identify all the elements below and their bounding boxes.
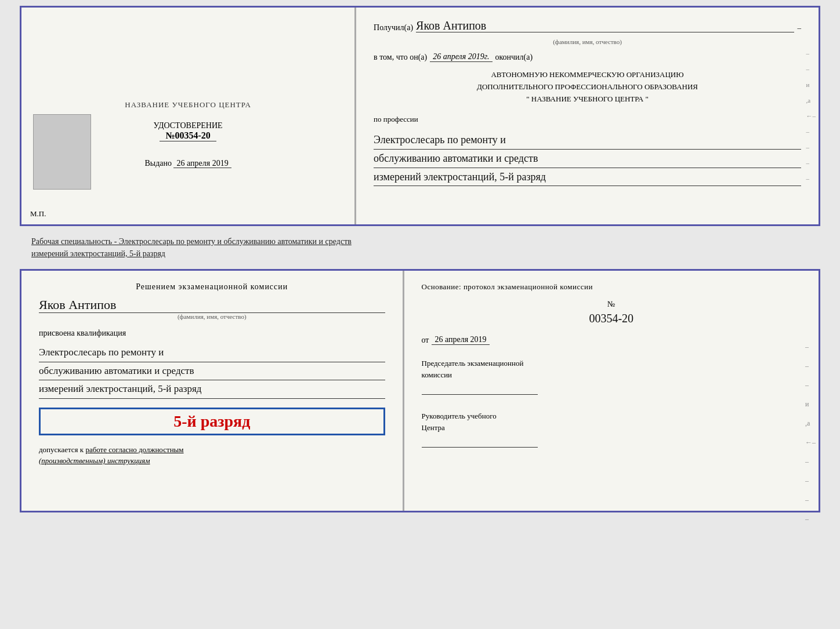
protocol-number-block: № 00354-20	[422, 299, 801, 328]
mp-label: М.П.	[30, 209, 46, 219]
profession-label: по профессии	[374, 115, 801, 124]
top-certificate: НАЗВАНИЕ УЧЕБНОГО ЦЕНТРА УДОСТОВЕРЕНИЕ №…	[20, 6, 820, 226]
director-block: Руководитель учебного Центра	[422, 410, 801, 450]
org-block: АВТОНОМНУЮ НЕКОММЕРЧЕСКУЮ ОРГАНИЗАЦИЮ ДО…	[374, 69, 801, 105]
side-marks: – – и ,а ←– – – – –	[806, 50, 816, 182]
cert-number: №00354-20	[160, 130, 216, 141]
issued-line: Выдано 26 апреля 2019	[144, 159, 231, 168]
top-cert-left: НАЗВАНИЕ УЧЕБНОГО ЦЕНТРА УДОСТОВЕРЕНИЕ №…	[21, 8, 356, 224]
attestation-line: в том, что он(а) 26 апреля 2019г. окончи…	[374, 52, 801, 62]
bottom-cert-right: Основание: протокол экзаменационной коми…	[404, 271, 819, 511]
bottom-cert-left: Решением экзаменационной комиссии Яков А…	[21, 271, 404, 511]
director-signature-line	[422, 436, 538, 448]
profession-text: Электрослесарь по ремонту и обслуживанию…	[374, 131, 801, 186]
side-dashes-right: – – – и ,а ←– – – – –	[805, 343, 816, 523]
rank-badge: 5-й разряд	[39, 408, 385, 435]
fio-hint-top: (фамилия, имя, отчество)	[374, 38, 801, 45]
decision-title: Решением экзаменационной комиссии	[39, 282, 385, 292]
from-line: от 26 апреля 2019	[422, 335, 801, 345]
middle-text: Рабочая специальность - Электрослесарь п…	[20, 231, 820, 264]
basis-label: Основание: протокол экзаменационной коми…	[422, 282, 801, 292]
allowed-text: допускается к работе согласно должностны…	[39, 444, 385, 467]
name-section: Яков Антипов (фамилия, имя, отчество)	[39, 297, 385, 320]
center-title-top: НАЗВАНИЕ УЧЕБНОГО ЦЕНТРА	[125, 99, 251, 110]
bottom-certificate: Решением экзаменационной комиссии Яков А…	[20, 269, 820, 512]
qualification-label: присвоена квалификация	[39, 329, 385, 338]
photo-placeholder	[33, 114, 91, 190]
qualification-text: Электрослесарь по ремонту и обслуживанию…	[39, 344, 385, 399]
document-container: НАЗВАНИЕ УЧЕБНОГО ЦЕНТРА УДОСТОВЕРЕНИЕ №…	[20, 6, 820, 512]
chairman-signature-line	[422, 383, 538, 395]
top-cert-right: Получил(а) Яков Антипов – (фамилия, имя,…	[356, 8, 819, 224]
cert-number-block: УДОСТОВЕРЕНИЕ №00354-20	[153, 121, 222, 141]
recipient-line: Получил(а) Яков Антипов –	[374, 19, 801, 32]
chairman-block: Председатель экзаменационной комиссии	[422, 358, 801, 398]
